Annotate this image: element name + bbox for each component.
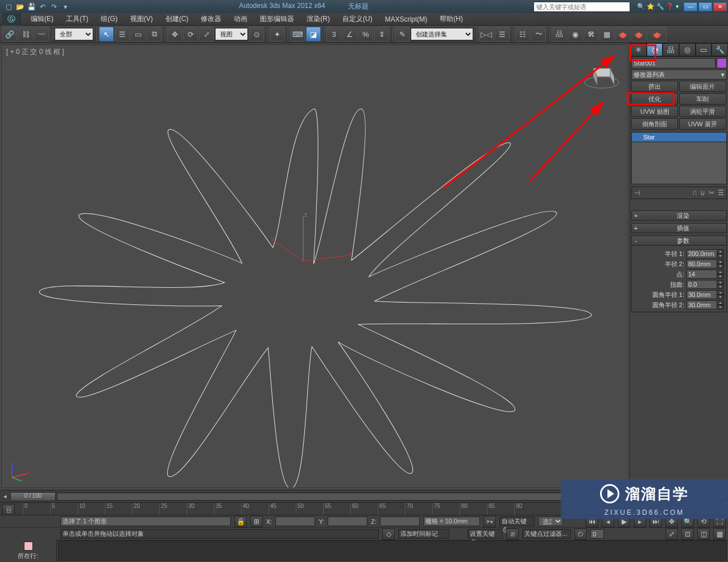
window-crossing-icon[interactable]: ⧉ — [147, 27, 162, 42]
mod-uvwmap-button[interactable]: UVW 贴图 — [631, 106, 678, 117]
menu-maxscript[interactable]: MAXScript(M) — [379, 14, 433, 24]
menu-group[interactable]: 组(G) — [95, 13, 123, 25]
layers-icon[interactable]: ☷ — [515, 27, 530, 42]
key-target-dropdown[interactable]: 选定对 — [538, 516, 563, 526]
maximize-button[interactable]: ▭ — [698, 2, 712, 11]
minimize-button[interactable]: — — [684, 2, 697, 11]
autokey-button[interactable]: 自动关键点 — [499, 516, 535, 526]
tab-hierarchy-icon[interactable]: 品 — [663, 43, 679, 56]
save-icon[interactable]: 💾 — [26, 2, 36, 12]
nav-zoomext-icon[interactable]: ⤢ — [665, 528, 678, 540]
menu-rendering[interactable]: 渲染(R) — [301, 13, 336, 25]
fillet2-spinner[interactable] — [686, 300, 717, 309]
menu-animation[interactable]: 动画 — [228, 13, 253, 25]
nav-zoomall-icon[interactable]: ⊡ — [681, 528, 694, 540]
menu-tools[interactable]: 工具(T) — [60, 13, 94, 25]
mirror-icon[interactable]: ▷◁ — [479, 27, 494, 42]
time-prev-icon[interactable]: ◂ — [0, 493, 10, 500]
nsel-set-edit-icon[interactable]: ✎ — [395, 27, 410, 42]
key-filters-icon[interactable]: ⎚ — [506, 528, 519, 540]
mod-turbosmooth-button[interactable]: 涡轮平滑 — [679, 106, 726, 117]
render-prod-icon[interactable]: 🫖 — [615, 27, 630, 42]
modifier-stack[interactable]: Star — [631, 132, 727, 184]
angle-snap-icon[interactable]: ∠ — [342, 27, 357, 42]
pin-stack-icon[interactable]: ⊣ — [634, 189, 640, 197]
mod-bevelprofile-button[interactable]: 倒角剖面 — [631, 118, 678, 130]
make-unique-icon[interactable]: ∪ — [700, 189, 705, 197]
rollout-interp[interactable]: +插值 — [631, 223, 727, 233]
star-shape[interactable] — [2, 45, 628, 487]
trackbar-config-icon[interactable]: ⌸ — [2, 504, 15, 515]
isolate-icon[interactable]: ◇ — [382, 528, 395, 540]
curve-editor-icon[interactable]: 〜 — [531, 27, 546, 42]
current-frame-input[interactable] — [590, 529, 604, 539]
mod-extrude-button[interactable]: 挤出 — [631, 81, 678, 92]
selection-filter-dropdown[interactable]: 全部 — [55, 28, 93, 40]
render-last-icon[interactable]: 🫖 — [647, 27, 667, 42]
add-time-tag[interactable]: 添加时间标记 — [398, 529, 449, 539]
new-icon[interactable]: ▢ — [3, 2, 14, 12]
select-object-icon[interactable]: ↖ — [99, 27, 114, 42]
move-icon[interactable]: ✥ — [167, 27, 182, 42]
object-name-input[interactable] — [631, 58, 715, 68]
rollout-params[interactable]: -参数 — [631, 235, 727, 246]
z-input[interactable] — [380, 516, 420, 526]
y-input[interactable] — [328, 516, 367, 526]
schematic-icon[interactable]: 品 — [552, 27, 566, 42]
nav-minmax-icon[interactable]: ▦ — [713, 528, 726, 540]
abs-rel-icon[interactable]: ⊞ — [250, 516, 263, 527]
menu-grapheditors[interactable]: 图形编辑器 — [254, 13, 300, 25]
menu-modifiers[interactable]: 修改器 — [195, 13, 227, 25]
snap-toggle-icon[interactable]: ◪ — [306, 27, 321, 42]
menu-views[interactable]: 视图(V) — [125, 13, 159, 25]
close-button[interactable]: ✕ — [713, 2, 727, 11]
key-filters-button[interactable]: 关键点过滤器... — [522, 529, 571, 539]
named-selection-set-dropdown[interactable]: 创建选择集 — [411, 28, 473, 40]
points-spinner[interactable] — [686, 270, 717, 279]
tab-display-icon[interactable]: ▭ — [696, 43, 712, 56]
mod-unwrapuvw-button[interactable]: UVW 展开 — [679, 118, 726, 130]
tab-motion-icon[interactable]: ◎ — [679, 43, 696, 56]
lock-selection-icon[interactable]: 🔒 — [234, 516, 247, 527]
rotate-icon[interactable]: ⟳ — [183, 27, 198, 42]
mod-lathe-button[interactable]: 车削 — [679, 93, 726, 105]
tab-modify-icon[interactable]: ◔ — [647, 43, 663, 56]
nav-fov-icon[interactable]: ◫ — [697, 528, 710, 540]
track-bar[interactable]: ⌸ 051015202530354045505560657075808590 — [0, 502, 563, 515]
redo-icon[interactable]: ↷ — [49, 2, 59, 12]
radius2-spinner[interactable] — [686, 259, 717, 268]
viewcube[interactable] — [579, 48, 624, 94]
help-search-input[interactable] — [533, 2, 630, 12]
qat-dropdown-icon[interactable]: ▾ — [60, 2, 71, 12]
rollout-render[interactable]: +渲染 — [631, 210, 727, 221]
manipulate-icon[interactable]: ✦ — [270, 27, 284, 42]
align-icon[interactable]: ☰ — [495, 27, 510, 42]
viewport-top[interactable]: [ + 0 正 交 0 线 框 ] z x y z x y — [1, 44, 628, 488]
app-menu-button[interactable]: Ⓖ — [2, 13, 20, 26]
keyboard-shortcut-icon[interactable]: ⌨ — [290, 27, 305, 42]
snap-3-icon[interactable]: 3 — [326, 27, 341, 42]
spinner-snap-icon[interactable]: ⇕ — [374, 27, 389, 42]
object-color-swatch[interactable] — [717, 58, 727, 68]
x-input[interactable] — [275, 516, 315, 526]
menu-help[interactable]: 帮助(H) — [434, 13, 469, 25]
distort-spinner[interactable] — [686, 280, 717, 289]
bind-spacewarp-icon[interactable]: 〰 — [34, 27, 49, 42]
render-iter-icon[interactable]: 🫖 — [631, 27, 646, 42]
configure-sets-icon[interactable]: ☰ — [718, 189, 724, 197]
key-mode-icon[interactable]: 🗝 — [483, 516, 496, 527]
mod-optimize-button[interactable]: 优化 — [631, 93, 678, 105]
percent-snap-icon[interactable]: % — [358, 27, 373, 42]
unlink-icon[interactable]: ⛓ — [18, 27, 33, 42]
time-config-icon[interactable]: ⏲ — [574, 528, 587, 540]
material-editor-icon[interactable]: ◉ — [568, 27, 582, 42]
mod-editpatch-button[interactable]: 编辑面片 — [679, 81, 726, 92]
undo-link-icon[interactable]: 🔗 — [2, 27, 17, 42]
tab-utilities-icon[interactable]: 🔧 — [712, 43, 728, 56]
time-handle[interactable]: 0 / 100 — [10, 492, 56, 501]
maxscript-listener[interactable] — [58, 540, 727, 561]
tab-create-icon[interactable]: ✳ — [630, 43, 647, 56]
remove-mod-icon[interactable]: ✂ — [709, 189, 714, 197]
undo-icon[interactable]: ↶ — [38, 2, 48, 12]
select-by-name-icon[interactable]: ☰ — [115, 27, 130, 42]
